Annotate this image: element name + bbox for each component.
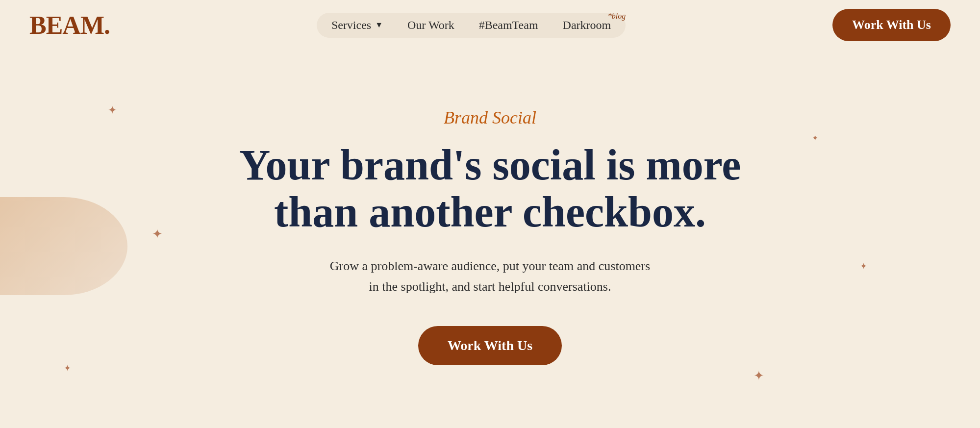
sparkle-icon-2: ✦ bbox=[152, 227, 163, 242]
header: BEAM. Services ▼ Our Work #BeamTeam Dark… bbox=[0, 0, 980, 50]
our-work-label: Our Work bbox=[407, 19, 454, 32]
main-nav: Services ▼ Our Work #BeamTeam Darkroom *… bbox=[317, 13, 626, 38]
headline-line2: than another checkbox. bbox=[274, 188, 706, 236]
subtext-line2: in the spotlight, and start helpful conv… bbox=[369, 279, 611, 294]
decorative-accent bbox=[0, 197, 127, 295]
sparkle-icon-5: ✦ bbox=[860, 261, 867, 272]
hero-section: ✦ ✦ ✦ ✦ ✦ ✦ Brand Social Your brand's so… bbox=[0, 50, 980, 423]
headline-line1: Your brand's social is more bbox=[239, 141, 741, 189]
nav-our-work[interactable]: Our Work bbox=[407, 19, 454, 32]
blog-badge: *blog bbox=[608, 12, 626, 21]
hero-subtext: Grow a problem-aware audience, put your … bbox=[330, 256, 650, 297]
nav-darkroom[interactable]: Darkroom *blog bbox=[563, 19, 611, 32]
work-with-us-nav-button[interactable]: Work With Us bbox=[832, 9, 951, 41]
logo[interactable]: BEAM. bbox=[29, 11, 110, 40]
brand-social-label: Brand Social bbox=[444, 107, 536, 128]
sparkle-icon-1: ✦ bbox=[108, 104, 117, 117]
subtext-line1: Grow a problem-aware audience, put your … bbox=[330, 259, 650, 273]
sparkle-icon-3: ✦ bbox=[64, 363, 71, 374]
hero-headline: Your brand's social is more than another… bbox=[239, 142, 741, 237]
services-label: Services bbox=[331, 19, 371, 32]
darkroom-label: Darkroom bbox=[563, 19, 611, 32]
work-with-us-hero-button[interactable]: Work With Us bbox=[418, 326, 562, 365]
nav-beam-team[interactable]: #BeamTeam bbox=[479, 19, 538, 32]
chevron-down-icon: ▼ bbox=[375, 21, 383, 29]
sparkle-icon-6: ✦ bbox=[754, 368, 764, 383]
beam-team-label: #BeamTeam bbox=[479, 19, 538, 32]
nav-services[interactable]: Services ▼ bbox=[331, 19, 383, 32]
sparkle-icon-4: ✦ bbox=[812, 133, 818, 143]
